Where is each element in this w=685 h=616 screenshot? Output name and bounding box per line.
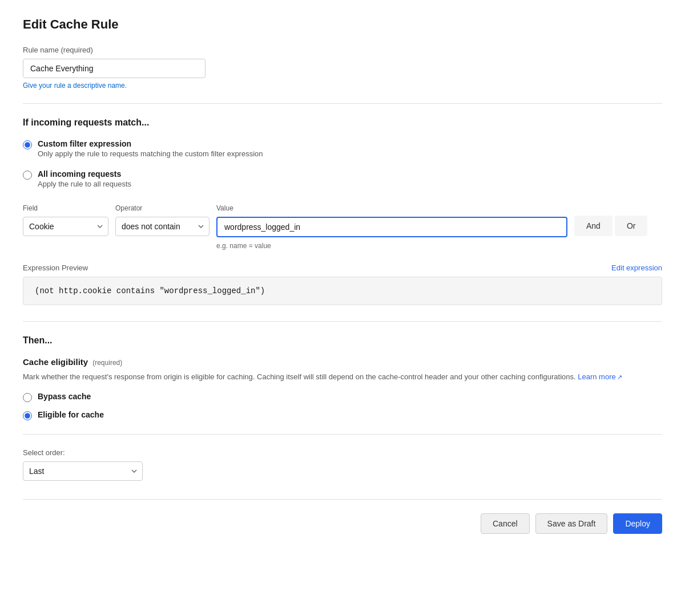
- operator-label: Operator: [115, 204, 209, 212]
- select-order-section: Select order: First Last Custom: [23, 448, 662, 481]
- radio-bypass[interactable]: [23, 393, 32, 402]
- value-hint: e.g. name = value: [216, 242, 567, 250]
- radio-option-custom[interactable]: Custom filter expression Only apply the …: [23, 139, 662, 158]
- or-button[interactable]: Or: [615, 216, 648, 236]
- cache-eligibility-header: Cache eligibility (required): [23, 357, 662, 367]
- and-or-buttons: And Or: [574, 216, 647, 236]
- footer-actions: Cancel Save as Draft Deploy: [23, 513, 662, 534]
- external-link-icon: ↗: [617, 372, 622, 382]
- radio-option-all[interactable]: All incoming requests Apply the rule to …: [23, 169, 662, 188]
- radio-option-eligible[interactable]: Eligible for cache: [23, 410, 662, 420]
- divider-2: [23, 321, 662, 322]
- value-col: Value e.g. name = value: [216, 204, 567, 250]
- rule-name-hint: Give your rule a descriptive name.: [23, 82, 662, 90]
- radio-custom-description: Only apply the rule to requests matching…: [38, 149, 263, 158]
- then-section: Then... Cache eligibility (required) Mar…: [23, 321, 662, 481]
- radio-all[interactable]: [23, 171, 32, 180]
- order-select[interactable]: First Last Custom: [23, 461, 143, 481]
- cache-description-text: Mark whether the request's response from…: [23, 372, 576, 381]
- value-input[interactable]: [216, 217, 567, 237]
- match-section: If incoming requests match... Custom fil…: [23, 117, 662, 250]
- match-section-title: If incoming requests match...: [23, 117, 662, 128]
- learn-more-link[interactable]: Learn more↗: [578, 372, 622, 381]
- value-label: Value: [216, 204, 567, 212]
- field-col: Field Cookie Hostname URI Path URI Query: [23, 204, 108, 236]
- cache-description: Mark whether the request's response from…: [23, 371, 662, 383]
- radio-custom-label: Custom filter expression: [38, 139, 263, 148]
- radio-bypass-label: Bypass cache: [38, 392, 91, 401]
- field-select[interactable]: Cookie Hostname URI Path URI Query: [23, 217, 108, 236]
- operator-select[interactable]: does not contain contains equals matches: [115, 217, 209, 236]
- radio-all-description: Apply the rule to all requests: [38, 180, 131, 188]
- rule-name-section: Rule name (required) Give your rule a de…: [23, 46, 662, 90]
- rule-name-input[interactable]: [23, 59, 206, 78]
- expression-preview-section: Expression Preview Edit expression (not …: [23, 264, 662, 305]
- deploy-button[interactable]: Deploy: [613, 513, 662, 534]
- then-title: Then...: [23, 335, 662, 346]
- radio-eligible-label: Eligible for cache: [38, 410, 104, 419]
- save-draft-button[interactable]: Save as Draft: [535, 513, 608, 534]
- edit-expression-link[interactable]: Edit expression: [611, 264, 662, 272]
- field-label: Field: [23, 204, 108, 212]
- cancel-button[interactable]: Cancel: [481, 513, 530, 534]
- required-badge: (required): [92, 359, 122, 367]
- divider-1: [23, 103, 662, 104]
- expression-box: (not http.cookie contains "wordpress_log…: [23, 277, 662, 305]
- operator-col: Operator does not contain contains equal…: [115, 204, 209, 236]
- radio-eligible[interactable]: [23, 411, 32, 420]
- rule-name-label: Rule name (required): [23, 46, 662, 54]
- filter-row: Field Cookie Hostname URI Path URI Query…: [23, 204, 662, 250]
- divider-3: [23, 434, 662, 435]
- bottom-divider: [23, 499, 662, 500]
- page-title: Edit Cache Rule: [23, 17, 662, 32]
- cache-radio-group: Bypass cache Eligible for cache: [23, 392, 662, 420]
- radio-custom[interactable]: [23, 140, 32, 149]
- match-radio-group: Custom filter expression Only apply the …: [23, 139, 662, 188]
- expression-preview-header: Expression Preview Edit expression: [23, 264, 662, 272]
- cache-eligibility-section: Cache eligibility (required) Mark whethe…: [23, 357, 662, 481]
- cache-eligibility-title: Cache eligibility: [23, 357, 88, 367]
- radio-all-label: All incoming requests: [38, 169, 131, 179]
- radio-option-bypass[interactable]: Bypass cache: [23, 392, 662, 402]
- and-button[interactable]: And: [574, 216, 613, 236]
- learn-more-text: Learn more: [578, 372, 615, 381]
- expression-preview-label: Expression Preview: [23, 264, 88, 272]
- select-order-label: Select order:: [23, 448, 662, 457]
